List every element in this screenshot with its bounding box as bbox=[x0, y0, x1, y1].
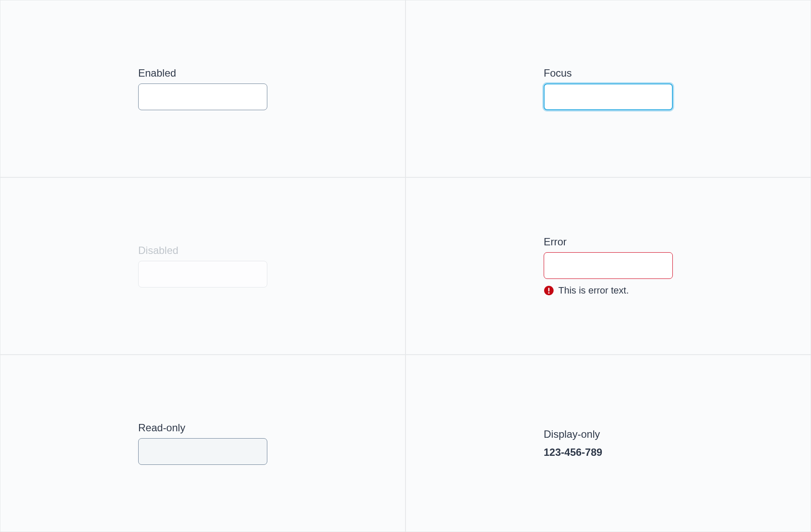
input-error[interactable] bbox=[544, 252, 673, 279]
svg-point-2 bbox=[548, 292, 549, 294]
label-error: Error bbox=[544, 236, 811, 248]
cell-disabled: Disabled bbox=[0, 177, 406, 355]
label-enabled: Enabled bbox=[138, 67, 405, 79]
label-readonly: Read-only bbox=[138, 422, 405, 434]
states-grid: Enabled Focus Disabled Error This is err… bbox=[0, 0, 811, 532]
label-display-only: Display-only bbox=[544, 428, 811, 440]
cell-readonly: Read-only bbox=[0, 355, 406, 532]
error-message-row: This is error text. bbox=[544, 285, 811, 296]
error-icon bbox=[544, 285, 554, 296]
label-focus: Focus bbox=[544, 67, 811, 79]
error-message-text: This is error text. bbox=[558, 285, 629, 296]
input-readonly bbox=[138, 438, 267, 465]
cell-display-only: Display-only 123-456-789 bbox=[406, 355, 811, 532]
cell-error: Error This is error text. bbox=[406, 177, 811, 355]
input-focus[interactable] bbox=[544, 84, 673, 110]
cell-enabled: Enabled bbox=[0, 0, 406, 177]
display-only-value: 123-456-789 bbox=[544, 446, 811, 458]
cell-focus: Focus bbox=[406, 0, 811, 177]
input-enabled[interactable] bbox=[138, 84, 267, 110]
svg-rect-1 bbox=[548, 288, 550, 292]
input-disabled bbox=[138, 261, 267, 288]
label-disabled: Disabled bbox=[138, 244, 405, 257]
